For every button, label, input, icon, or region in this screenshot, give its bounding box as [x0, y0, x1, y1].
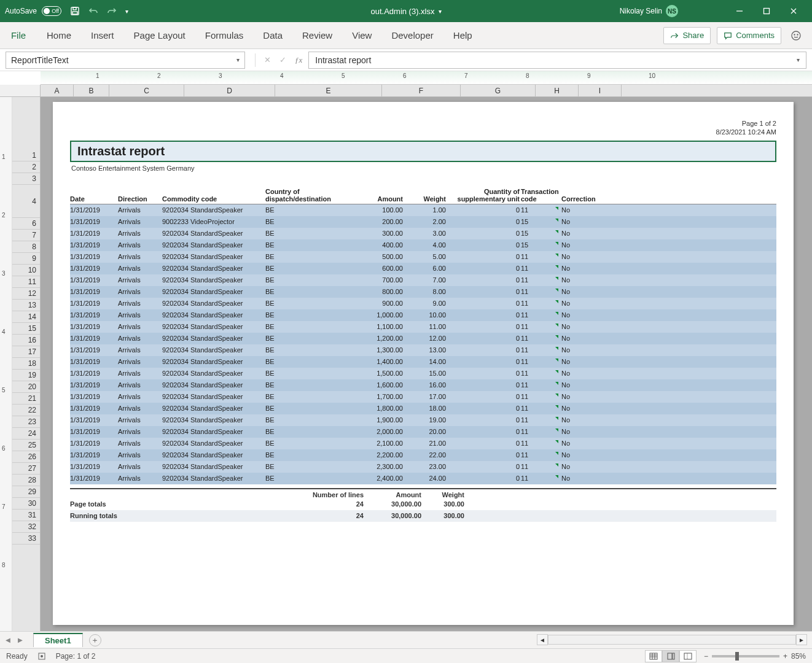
col-header-G[interactable]: G [461, 85, 536, 96]
row-header-9[interactable]: 9 [12, 253, 40, 265]
row-header-29[interactable]: 29 [12, 486, 40, 498]
table-row[interactable]: 1/31/2019Arrivals9202034 StandardSpeaker… [70, 391, 776, 403]
table-row[interactable]: 1/31/2019Arrivals9202034 StandardSpeaker… [70, 449, 776, 461]
col-header-C[interactable]: C [109, 85, 184, 96]
col-header-I[interactable]: I [579, 85, 622, 96]
row-header-32[interactable]: 32 [12, 521, 40, 533]
user-account[interactable]: Nikolay Selin NS [620, 5, 678, 17]
ribbon-tab-home[interactable]: Home [37, 22, 81, 48]
table-row[interactable]: 1/31/2019Arrivals9202034 StandardSpeaker… [70, 368, 776, 379]
ribbon-tab-view[interactable]: View [342, 22, 381, 48]
minimize-button[interactable] [726, 0, 753, 22]
row-header-20[interactable]: 20 [12, 381, 40, 393]
table-row[interactable]: 1/31/2019Arrivals9202034 StandardSpeaker… [70, 356, 776, 368]
row-header-7[interactable]: 7 [12, 230, 40, 241]
table-row[interactable]: 1/31/2019Arrivals9202034 StandardSpeaker… [70, 333, 776, 344]
table-row[interactable]: 1/31/2019Arrivals9002233 VideoProjectorB… [70, 216, 776, 228]
zoom-value[interactable]: 85% [791, 652, 806, 661]
qat-dropdown-icon[interactable]: ▾ [125, 8, 128, 15]
table-row[interactable]: 1/31/2019Arrivals9202034 StandardSpeaker… [70, 414, 776, 426]
zoom-control[interactable]: − + 85% [704, 652, 806, 661]
scroll-right-icon[interactable]: ► [796, 634, 807, 645]
table-row[interactable]: 1/31/2019Arrivals9202034 StandardSpeaker… [70, 438, 776, 449]
table-row[interactable]: 1/31/2019Arrivals9202034 StandardSpeaker… [70, 426, 776, 438]
name-box[interactable]: ReportTitleText ▾ [6, 52, 245, 69]
row-header-11[interactable]: 11 [12, 276, 40, 288]
row-header-27[interactable]: 27 [12, 463, 40, 475]
horizontal-scrollbar[interactable]: ◄ ► [537, 634, 807, 645]
formula-bar[interactable]: Intrastat report ▾ [308, 52, 806, 69]
sheet-tab[interactable]: Sheet1 [33, 633, 83, 647]
zoom-in-icon[interactable]: + [783, 652, 787, 661]
row-header-25[interactable]: 25 [12, 440, 40, 451]
enter-icon[interactable]: ✓ [279, 55, 286, 64]
table-row[interactable]: 1/31/2019Arrivals9202034 StandardSpeaker… [70, 274, 776, 286]
select-all-corner[interactable] [0, 85, 41, 96]
table-row[interactable]: 1/31/2019Arrivals9202034 StandardSpeaker… [70, 403, 776, 414]
row-header-21[interactable]: 21 [12, 393, 40, 405]
row-header-18[interactable]: 18 [12, 358, 40, 370]
page-break-view-button[interactable] [679, 650, 697, 662]
feedback-icon[interactable] [787, 27, 805, 44]
row-header-10[interactable]: 10 [12, 265, 40, 276]
row-header-1[interactable]: 1 [12, 150, 40, 161]
row-header-28[interactable]: 28 [12, 475, 40, 486]
row-header-24[interactable]: 24 [12, 428, 40, 440]
row-header-4[interactable]: 4 [12, 185, 40, 218]
close-button[interactable] [780, 0, 807, 22]
row-header-17[interactable]: 17 [12, 346, 40, 358]
ribbon-tab-review[interactable]: Review [292, 22, 342, 48]
table-row[interactable]: 1/31/2019Arrivals9202034 StandardSpeaker… [70, 321, 776, 333]
row-header-16[interactable]: 16 [12, 335, 40, 346]
row-header-15[interactable]: 15 [12, 323, 40, 335]
sheet-nav[interactable]: ◄ ► [2, 635, 26, 645]
share-button[interactable]: Share [663, 27, 711, 44]
table-row[interactable]: 1/31/2019Arrivals9202034 StandardSpeaker… [70, 263, 776, 274]
row-header-3[interactable]: 3 [12, 173, 40, 185]
table-row[interactable]: 1/31/2019Arrivals9202034 StandardSpeaker… [70, 309, 776, 321]
table-row[interactable]: 1/31/2019Arrivals9202034 StandardSpeaker… [70, 473, 776, 484]
cancel-icon[interactable]: ✕ [264, 55, 271, 64]
row-header-30[interactable]: 30 [12, 498, 40, 510]
row-header-19[interactable]: 19 [12, 370, 40, 381]
col-header-E[interactable]: E [275, 85, 382, 96]
ribbon-tab-data[interactable]: Data [253, 22, 292, 48]
ribbon-tab-developer[interactable]: Developer [381, 22, 443, 48]
sheet-next-icon[interactable]: ► [15, 635, 26, 645]
row-header-14[interactable]: 14 [12, 311, 40, 323]
redo-icon[interactable] [107, 6, 117, 16]
zoom-slider[interactable] [712, 655, 779, 657]
undo-icon[interactable] [88, 6, 98, 16]
ribbon-tab-insert[interactable]: Insert [81, 22, 124, 48]
table-row[interactable]: 1/31/2019Arrivals9202034 StandardSpeaker… [70, 228, 776, 239]
ribbon-tab-formulas[interactable]: Formulas [195, 22, 254, 48]
save-icon[interactable] [70, 6, 80, 16]
row-header-6[interactable]: 6 [12, 218, 40, 230]
macro-record-icon[interactable] [37, 652, 46, 661]
chevron-down-icon[interactable]: ▾ [797, 56, 800, 63]
row-header-22[interactable]: 22 [12, 405, 40, 416]
table-row[interactable]: 1/31/2019Arrivals9202034 StandardSpeaker… [70, 298, 776, 309]
scroll-left-icon[interactable]: ◄ [537, 634, 548, 645]
report-title[interactable]: Intrastat report [70, 141, 776, 162]
ribbon-tab-page-layout[interactable]: Page Layout [124, 22, 195, 48]
ribbon-tab-help[interactable]: Help [443, 22, 482, 48]
row-header-26[interactable]: 26 [12, 451, 40, 463]
autosave-toggle[interactable]: AutoSave Off [5, 6, 61, 16]
col-header-H[interactable]: H [536, 85, 579, 96]
table-row[interactable]: 1/31/2019Arrivals9202034 StandardSpeaker… [70, 251, 776, 263]
zoom-out-icon[interactable]: − [704, 652, 708, 661]
row-header-12[interactable]: 12 [12, 288, 40, 300]
chevron-down-icon[interactable]: ▾ [236, 56, 240, 63]
col-header-F[interactable]: F [382, 85, 461, 96]
table-row[interactable]: 1/31/2019Arrivals9202034 StandardSpeaker… [70, 344, 776, 356]
page-canvas[interactable]: Page 1 of 2 8/23/2021 10:24 AM Intrastat… [41, 97, 812, 631]
row-header-13[interactable]: 13 [12, 300, 40, 311]
col-header-B[interactable]: B [74, 85, 109, 96]
row-header-31[interactable]: 31 [12, 510, 40, 521]
page-layout-view-button[interactable] [662, 650, 679, 662]
chevron-down-icon[interactable]: ▾ [439, 8, 442, 15]
table-row[interactable]: 1/31/2019Arrivals9202034 StandardSpeaker… [70, 461, 776, 473]
sheet-prev-icon[interactable]: ◄ [2, 635, 14, 645]
table-row[interactable]: 1/31/2019Arrivals9202034 StandardSpeaker… [70, 379, 776, 391]
